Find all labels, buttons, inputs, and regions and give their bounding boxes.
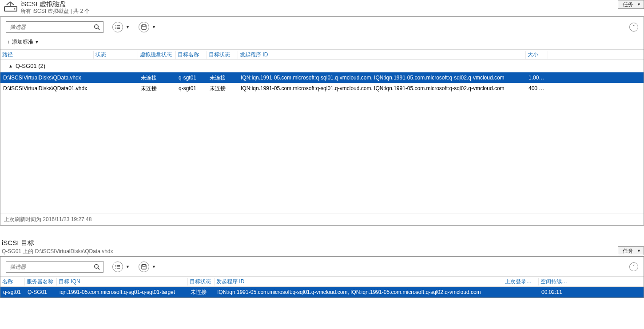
cell-target-status: 未连接 (207, 85, 238, 92)
cell-name: q-sgt01 (0, 289, 25, 295)
virtual-disks-region: ▼ ▼ ˆ + 添加标准 ▼ 路径 状态 虚拟磁盘状态 目标名称 目标状态 发起… (0, 16, 644, 226)
filter-input[interactable] (6, 262, 90, 272)
cell-path: D:\iSCSIVirtualDisks\QData01.vhdx (0, 85, 94, 91)
col-vd-status[interactable]: 虚拟磁盘状态 (138, 51, 176, 59)
group-label: Q-SG01 (2) (16, 63, 45, 69)
cell-idle: 00:02:11 (539, 289, 574, 295)
tasks-button[interactable]: 任务 ▼ (618, 246, 644, 255)
cell-iqn: iqn.1991-05.com.microsoft:q-sg01-q-sgt01… (57, 289, 188, 295)
view-options-button[interactable]: ▼ (112, 262, 130, 272)
svg-point-6 (115, 27, 116, 28)
col-path[interactable]: 路径 (0, 51, 94, 59)
col-last-login[interactable]: 上次登录时间 (503, 278, 539, 285)
cell-target-name: q-sgt01 (176, 85, 207, 91)
chevron-down-icon: ▼ (637, 2, 641, 7)
chevron-down-icon: ▼ (152, 265, 156, 269)
collapse-button[interactable]: ˆ (629, 23, 638, 32)
tasks-label: 任务 (623, 247, 633, 255)
cell-vd-status: 未连接 (138, 85, 176, 92)
filter-searchbox[interactable] (6, 261, 103, 273)
svg-point-16 (115, 266, 116, 267)
group-row[interactable]: ▲ Q-SG01 (2) (0, 60, 644, 72)
search-icon[interactable] (90, 262, 103, 272)
cell-size: 1.00 GB (526, 75, 548, 81)
add-criteria-button[interactable]: + 添加标准 ▼ (0, 36, 644, 49)
cell-status: 未连接 (188, 289, 215, 296)
svg-point-14 (115, 265, 116, 266)
panel-subtitle: 所有 iSCSI 虚拟磁盘 | 共 2 个 (20, 8, 90, 15)
chevron-down-icon: ▼ (152, 25, 156, 29)
plus-icon: + (7, 39, 10, 45)
svg-line-13 (98, 268, 99, 270)
col-server[interactable]: 服务器名称 (25, 278, 57, 285)
toolbar: ▼ ▼ ˇ (0, 257, 644, 276)
chevron-down-icon: ˇ (633, 265, 634, 270)
view-options-button[interactable]: ▼ (112, 22, 130, 32)
col-status[interactable]: 目标状态 (188, 278, 215, 285)
cell-initiator: IQN:iqn.1991-05.com.microsoft:q-sql01.q-… (215, 289, 503, 295)
table-row[interactable]: D:\iSCSIVirtualDisks\QData01.vhdx 未连接 q-… (0, 83, 644, 94)
list-icon (112, 22, 123, 32)
disk-icon (3, 0, 20, 13)
column-headers: 名称 服务器名称 目标 IQN 目标状态 发起程序 ID 上次登录时间 空闲持续… (0, 276, 644, 287)
cell-size: 400 GB (526, 85, 548, 91)
col-idle[interactable]: 空闲持续时间 (539, 278, 574, 285)
iscsi-virtual-disks-panel: iSCSI 虚拟磁盘 所有 iSCSI 虚拟磁盘 | 共 2 个 任务 ▼ ▼ (0, 0, 644, 226)
disk-small-icon (139, 262, 149, 272)
cell-initiator: IQN:iqn.1991-05.com.microsoft:q-sql01.q-… (238, 85, 526, 91)
col-initiator[interactable]: 发起程序 ID (238, 51, 526, 59)
filter-searchbox[interactable] (6, 21, 103, 33)
svg-rect-17 (117, 266, 120, 267)
cell-server: Q-SG01 (25, 289, 57, 295)
cell-vd-status: 未连接 (138, 74, 176, 82)
table-row[interactable]: q-sgt01 Q-SG01 iqn.1991-05.com.microsoft… (0, 287, 644, 297)
panel-header: iSCSI 虚拟磁盘 所有 iSCSI 虚拟磁盘 | 共 2 个 任务 ▼ (0, 0, 644, 16)
col-size[interactable]: 大小 (526, 51, 548, 59)
chevron-down-icon: ▼ (126, 25, 130, 29)
panel-subtitle: Q-SG01 上的 D:\iSCSIVirtualDisks\QData.vhd… (2, 248, 113, 255)
col-target-name[interactable]: 目标名称 (176, 51, 207, 59)
search-icon[interactable] (90, 22, 103, 32)
tasks-label: 任务 (623, 1, 633, 8)
filter-input[interactable] (6, 22, 90, 32)
cell-path: D:\iSCSIVirtualDisks\QData.vhdx (0, 75, 94, 81)
col-status[interactable]: 状态 (94, 51, 138, 59)
col-iqn[interactable]: 目标 IQN (57, 278, 188, 285)
list-icon (112, 262, 123, 272)
svg-point-1 (14, 8, 16, 10)
svg-point-18 (115, 268, 116, 269)
add-criteria-label: 添加标准 (12, 38, 33, 46)
chevron-down-icon: ▼ (637, 249, 641, 253)
svg-point-12 (94, 265, 98, 268)
toolbar: ▼ ▼ ˆ (0, 17, 644, 36)
col-initiator[interactable]: 发起程序 ID (215, 278, 503, 285)
collapse-triangle-icon: ▲ (8, 63, 13, 68)
chevron-down-icon: ▼ (126, 265, 130, 269)
chevron-down-icon: ▼ (35, 40, 39, 44)
chevron-up-icon: ˆ (633, 25, 634, 30)
cell-initiator: IQN:iqn.1991-05.com.microsoft:q-sql01.q-… (238, 75, 526, 81)
svg-rect-9 (117, 28, 120, 28)
panel-header: iSCSI 目标 Q-SG01 上的 D:\iSCSIVirtualDisks\… (0, 239, 644, 256)
svg-point-8 (115, 28, 116, 29)
targets-region: ▼ ▼ ˇ 名称 服务器名称 目标 IQN 目标状态 发起程序 ID 上次登录时… (0, 256, 644, 298)
svg-rect-15 (117, 265, 120, 266)
save-options-button[interactable]: ▼ (139, 262, 156, 272)
iscsi-targets-panel: iSCSI 目标 Q-SG01 上的 D:\iSCSIVirtualDisks\… (0, 239, 644, 298)
svg-point-2 (94, 25, 98, 28)
cell-target-name: q-sgt01 (176, 75, 207, 81)
save-options-button[interactable]: ▼ (139, 22, 156, 32)
column-headers: 路径 状态 虚拟磁盘状态 目标名称 目标状态 发起程序 ID 大小 (0, 49, 644, 60)
svg-point-4 (115, 25, 116, 26)
expand-button[interactable]: ˇ (629, 262, 638, 271)
panel-title: iSCSI 目标 (2, 239, 113, 247)
table-row[interactable]: D:\iSCSIVirtualDisks\QData.vhdx 未连接 q-sg… (0, 72, 644, 83)
svg-rect-19 (117, 268, 120, 268)
disk-small-icon (139, 22, 149, 32)
grid-body: ▲ Q-SG01 (2) D:\iSCSIVirtualDisks\QData.… (0, 60, 644, 214)
status-text: 上次刷新时间为 2016/11/23 19:27:48 (0, 214, 644, 225)
tasks-button[interactable]: 任务 ▼ (618, 0, 644, 9)
col-name[interactable]: 名称 (0, 278, 25, 285)
panel-title: iSCSI 虚拟磁盘 (20, 0, 90, 8)
col-target-status[interactable]: 目标状态 (207, 51, 238, 59)
